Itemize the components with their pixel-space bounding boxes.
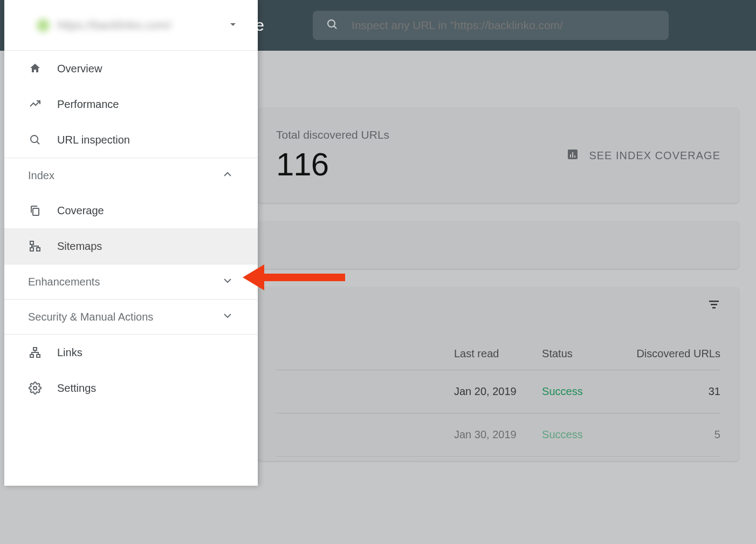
links-icon xyxy=(28,346,42,359)
filter-icon[interactable] xyxy=(707,298,720,313)
property-name-blurred: https://backlinko.com/ xyxy=(37,18,171,32)
svg-point-9 xyxy=(31,135,38,142)
svg-point-0 xyxy=(328,20,335,27)
cell-status: Success xyxy=(542,385,630,398)
col-last-read[interactable]: Last read xyxy=(454,348,542,360)
chevron-down-icon xyxy=(221,309,234,325)
copy-icon xyxy=(28,204,42,217)
see-index-coverage-button[interactable]: SEE INDEX COVERAGE xyxy=(566,148,720,164)
sidebar-item-label: Coverage xyxy=(57,205,104,217)
svg-rect-6 xyxy=(709,301,719,302)
sidebar-item-sitemaps[interactable]: Sitemaps xyxy=(4,228,258,264)
discovered-urls-value: 116 xyxy=(276,146,389,183)
svg-rect-8 xyxy=(712,307,716,309)
table-row[interactable]: Jan 30, 2019 Success 5 xyxy=(276,413,720,457)
table-row[interactable]: Jan 20, 2019 Success 31 xyxy=(276,370,720,413)
sitemaps-table-card: Last read Status Discovered URLs Jan 20,… xyxy=(258,287,739,461)
svg-rect-12 xyxy=(30,241,33,244)
discovered-urls-card: Total discovered URLs 116 SEE INDEX COVE… xyxy=(258,108,739,203)
section-label: Index xyxy=(28,169,54,182)
property-selector[interactable]: https://backlinko.com/ xyxy=(4,0,258,51)
sidebar-item-coverage[interactable]: Coverage xyxy=(4,193,258,228)
chevron-up-icon xyxy=(221,168,234,183)
gear-icon xyxy=(28,382,42,395)
sidebar-item-label: Links xyxy=(57,346,83,359)
annotation-arrow xyxy=(243,264,345,290)
sidebar-item-label: Overview xyxy=(57,63,102,75)
arrow-head-icon xyxy=(243,264,264,290)
sidebar-section-enhancements[interactable]: Enhancements xyxy=(4,264,258,299)
svg-line-10 xyxy=(37,142,40,145)
discovered-urls-label: Total discovered URLs xyxy=(276,128,389,141)
svg-rect-11 xyxy=(33,208,39,215)
sidebar-item-overview[interactable]: Overview xyxy=(4,51,258,86)
trend-icon xyxy=(28,98,42,111)
sidebar-item-label: Settings xyxy=(57,382,96,395)
svg-rect-3 xyxy=(570,154,571,158)
cell-status: Success xyxy=(542,429,630,441)
card-spacer xyxy=(258,221,739,269)
table-header-row: Last read Status Discovered URLs xyxy=(276,348,720,370)
sidebar-item-label: URL inspection xyxy=(57,134,130,146)
property-favicon-icon xyxy=(37,19,50,32)
section-label: Security & Manual Actions xyxy=(28,311,153,323)
cell-last-read: Jan 30, 2019 xyxy=(454,429,542,441)
section-label: Enhancements xyxy=(28,276,100,288)
home-icon xyxy=(28,62,42,75)
sidebar-section-security[interactable]: Security & Manual Actions xyxy=(4,300,258,334)
search-icon xyxy=(28,133,42,146)
svg-rect-14 xyxy=(37,248,40,251)
arrow-shaft xyxy=(264,274,345,281)
sidebar-item-label: Performance xyxy=(57,98,119,111)
col-discovered-urls[interactable]: Discovered URLs xyxy=(630,348,720,360)
svg-rect-7 xyxy=(711,304,717,305)
svg-line-1 xyxy=(334,26,337,29)
url-inspect-input[interactable] xyxy=(352,19,656,32)
sidebar-item-url-inspection[interactable]: URL inspection xyxy=(4,122,258,158)
sidebar-item-links[interactable]: Links xyxy=(4,335,258,370)
url-inspect-search[interactable] xyxy=(313,11,669,40)
chevron-down-icon xyxy=(221,274,234,290)
search-icon xyxy=(326,18,339,33)
svg-rect-15 xyxy=(33,348,37,350)
sitemap-icon xyxy=(28,240,42,253)
svg-rect-4 xyxy=(572,152,573,158)
see-index-coverage-label: SEE INDEX COVERAGE xyxy=(589,149,720,162)
svg-rect-5 xyxy=(574,155,575,158)
sidebar-item-performance[interactable]: Performance xyxy=(4,86,258,122)
cell-discovered: 31 xyxy=(630,385,720,398)
svg-rect-17 xyxy=(37,355,40,357)
sidebar-item-settings[interactable]: Settings xyxy=(4,370,258,406)
svg-point-18 xyxy=(33,386,37,390)
sidebar-item-label: Sitemaps xyxy=(57,240,102,253)
svg-rect-13 xyxy=(30,248,33,251)
navigation-sidebar: https://backlinko.com/ Overview Performa… xyxy=(4,0,258,486)
cell-last-read: Jan 20, 2019 xyxy=(454,385,542,398)
cell-discovered: 5 xyxy=(630,429,720,441)
chevron-down-icon xyxy=(226,18,239,33)
svg-rect-16 xyxy=(30,355,33,357)
titlebar-spacer xyxy=(258,51,756,108)
bar-chart-icon xyxy=(566,148,579,164)
sidebar-section-index[interactable]: Index xyxy=(4,158,258,193)
col-status[interactable]: Status xyxy=(542,348,630,360)
